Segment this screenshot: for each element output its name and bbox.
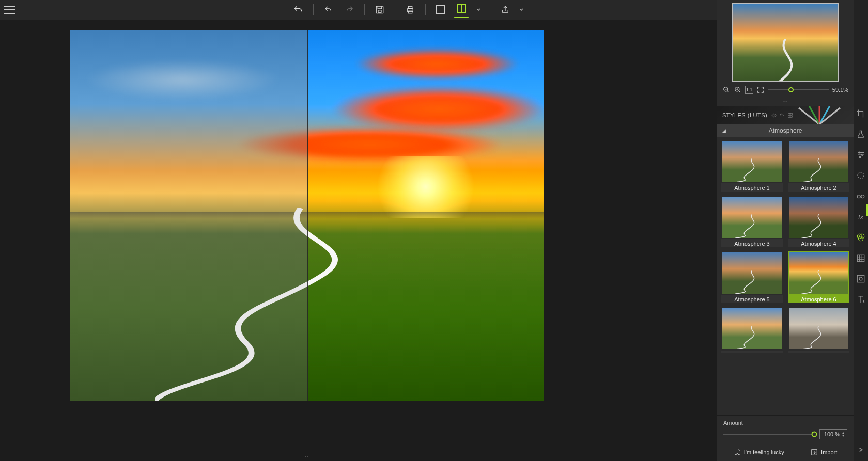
preset-category-label: Atmosphere xyxy=(769,127,802,134)
preset-5[interactable]: Atmosphere 5 xyxy=(721,251,783,303)
zoom-slider[interactable] xyxy=(768,89,829,90)
svg-rect-1 xyxy=(378,10,381,13)
separator xyxy=(490,4,490,15)
preset-label: Atmosphere 3 xyxy=(721,239,783,247)
expand-strip-icon[interactable] xyxy=(856,444,866,455)
undo-step-button[interactable] xyxy=(321,2,336,18)
svg-line-12 xyxy=(799,108,819,124)
zoom-out-icon[interactable] xyxy=(722,86,731,94)
styles-panel-header[interactable]: STYLES (LUTS) xyxy=(717,106,854,124)
preset-label: Atmosphere 4 xyxy=(788,239,849,247)
split-divider[interactable] xyxy=(307,30,308,401)
sliders-tool-icon[interactable] xyxy=(856,150,866,160)
toolbar-center xyxy=(290,2,524,18)
svg-rect-28 xyxy=(857,275,864,282)
feeling-lucky-label: I'm feeling lucky xyxy=(744,449,784,455)
save-button[interactable] xyxy=(372,2,388,18)
share-dropdown[interactable] xyxy=(518,2,524,18)
glasses-tool-icon[interactable] xyxy=(856,191,866,201)
tool-strip: fx xyxy=(854,0,868,461)
navigator-collapse-icon[interactable]: ︿ xyxy=(717,97,854,106)
preset-label: Atmosphere 2 xyxy=(788,183,849,192)
styles-reset-icon[interactable] xyxy=(779,112,785,118)
separator xyxy=(313,4,314,15)
preset-label xyxy=(788,351,849,353)
separator xyxy=(395,4,395,15)
share-button[interactable] xyxy=(498,2,513,18)
preset-4[interactable]: Atmosphere 4 xyxy=(788,196,849,247)
preset-list: Atmosphere 1Atmosphere 2Atmosphere 3Atmo… xyxy=(717,137,854,415)
frame-tool-icon[interactable] xyxy=(856,274,866,284)
undo-button[interactable] xyxy=(290,2,306,18)
svg-point-22 xyxy=(857,195,860,198)
svg-rect-3 xyxy=(408,6,412,9)
separator xyxy=(425,4,426,15)
amount-slider[interactable] xyxy=(723,434,814,435)
view-dropdown[interactable] xyxy=(474,2,483,18)
import-label: Import xyxy=(821,449,837,455)
svg-point-21 xyxy=(858,172,864,179)
preset-category-bar[interactable]: ◢ Atmosphere xyxy=(717,124,854,137)
separator xyxy=(364,4,365,15)
amount-spinner[interactable]: ▲▼ xyxy=(842,431,845,437)
selection-tool-icon[interactable] xyxy=(856,170,866,181)
preset-7[interactable] xyxy=(721,307,783,353)
view-split-button[interactable] xyxy=(454,2,469,18)
preset-actions: I'm feeling lucky Import xyxy=(717,444,854,461)
styles-panel-title: STYLES (LUTS) xyxy=(722,112,767,118)
preset-label xyxy=(721,351,783,353)
feeling-lucky-button[interactable]: I'm feeling lucky xyxy=(734,449,784,456)
amount-value-box[interactable]: 100 % ▲▼ xyxy=(819,429,847,439)
zoom-in-icon[interactable] xyxy=(734,86,742,94)
zoom-fit-icon[interactable] xyxy=(756,86,765,94)
zoom-controls: 1:1 59.1% xyxy=(717,84,854,97)
import-button[interactable]: Import xyxy=(811,449,837,456)
crop-tool-icon[interactable] xyxy=(856,108,866,119)
lab-tool-icon[interactable] xyxy=(856,129,866,139)
preset-6[interactable]: Atmosphere 6 xyxy=(788,251,849,303)
view-single-button[interactable] xyxy=(433,2,448,18)
svg-line-15 xyxy=(819,106,830,124)
zoom-1to1-icon[interactable]: 1:1 xyxy=(745,86,753,94)
pencils-decoration xyxy=(788,106,850,124)
preset-label: Atmosphere 5 xyxy=(721,295,783,303)
active-tool-indicator xyxy=(866,204,868,216)
text-tool-icon[interactable] xyxy=(856,294,866,305)
svg-rect-4 xyxy=(408,11,412,13)
preset-3[interactable]: Atmosphere 3 xyxy=(721,196,783,247)
svg-point-7 xyxy=(773,115,774,116)
svg-line-16 xyxy=(819,108,840,124)
image-canvas[interactable] xyxy=(70,30,544,401)
svg-rect-27 xyxy=(857,255,864,262)
preset-1[interactable]: Atmosphere 1 xyxy=(721,140,783,192)
grid-tool-icon[interactable] xyxy=(856,253,866,263)
amount-label: Amount xyxy=(723,420,847,426)
navigator-thumbnail[interactable] xyxy=(732,3,839,82)
canvas-expand-icon[interactable]: ︿ xyxy=(304,452,309,459)
styles-visibility-icon[interactable] xyxy=(770,112,777,118)
category-collapse-icon[interactable]: ◢ xyxy=(722,128,726,133)
zoom-value: 59.1% xyxy=(832,87,848,93)
redo-step-button[interactable] xyxy=(342,2,357,18)
fx-tool-icon[interactable]: fx xyxy=(856,212,866,222)
preset-label: Atmosphere 6 xyxy=(788,295,849,303)
menu-button[interactable] xyxy=(4,6,16,14)
luts-tool-icon[interactable] xyxy=(856,232,866,243)
amount-value: 100 % xyxy=(824,431,840,437)
preset-label: Atmosphere 1 xyxy=(721,183,783,192)
amount-section: Amount 100 % ▲▼ xyxy=(717,415,854,444)
work-area: ︿ xyxy=(0,20,614,461)
preset-2[interactable]: Atmosphere 2 xyxy=(788,140,849,192)
svg-line-13 xyxy=(809,106,819,124)
right-panel: 1:1 59.1% ︿ STYLES (LUTS) ◢ Atmosphere A… xyxy=(717,0,854,461)
print-button[interactable] xyxy=(402,2,418,18)
preset-8[interactable] xyxy=(788,307,849,353)
svg-point-29 xyxy=(859,277,862,280)
svg-point-23 xyxy=(861,195,864,198)
